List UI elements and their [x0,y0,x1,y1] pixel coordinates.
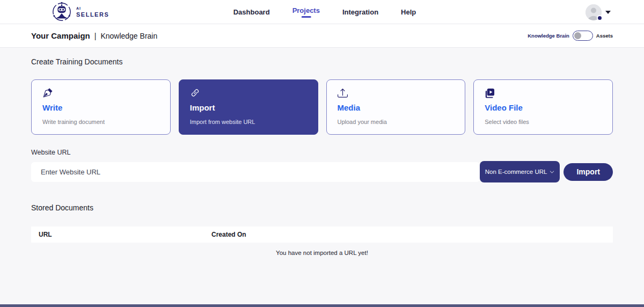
separator: | [94,32,97,40]
main-nav: Dashboard Projects Integration Help [233,0,416,24]
website-url-label: Website URL [31,149,613,156]
card-media[interactable]: Media Upload your media [326,79,466,135]
card-write[interactable]: Write Write training document [31,79,171,135]
avatar[interactable] [586,4,602,20]
status-dot [597,15,603,21]
card-title: Import [190,103,307,112]
nav-label: Help [401,8,416,16]
card-subtitle: Upload your media [338,119,455,125]
toggle-knob [574,32,581,39]
pen-icon [42,88,53,98]
card-subtitle: Import from website URL [190,119,307,125]
column-header-created-on: Created On [211,231,605,238]
nav-item-dashboard[interactable]: Dashboard [233,8,270,16]
link-icon [190,88,200,98]
app-root: AI SELLERS Dashboard Projects Integratio… [0,0,644,307]
card-title: Write [42,103,159,112]
card-title: Media [338,103,455,112]
import-button[interactable]: Import [564,163,613,181]
nav-label: Projects [292,6,320,14]
video-play-icon [485,88,495,98]
robot-logo-icon [52,2,72,22]
card-subtitle: Write training document [42,119,159,125]
url-type-selected-value: Non E-commerce URL [485,169,547,175]
brand-name: AI SELLERS [76,6,109,18]
toggle-label-knowledge-brain: Knowledge Brain [528,33,569,39]
top-header: AI SELLERS Dashboard Projects Integratio… [0,0,644,24]
stored-documents-table-header: URL Created On [31,226,613,243]
card-title: Video File [485,103,602,112]
campaign-title: Your Campaign [31,31,90,40]
card-import[interactable]: Import Import from website URL [179,79,318,135]
stored-documents-heading: Stored Documents [31,203,613,212]
main-content: Create Training Documents Write Write tr… [0,48,644,256]
brand-line1: AI [76,6,109,10]
website-url-input[interactable] [31,162,480,182]
chevron-down-icon [550,170,554,174]
nav-item-help[interactable]: Help [401,8,416,16]
active-underline [301,16,311,18]
user-menu[interactable] [586,0,611,24]
breadcrumb: Your Campaign | Knowledge Brain [31,31,157,40]
footer-accent-bar [0,304,644,307]
empty-state-message: You have not imported a URL yet! [31,250,613,256]
url-type-select[interactable]: Non E-commerce URL [480,161,560,182]
card-video-file[interactable]: Video File Select video files [473,79,613,135]
page-subheader: Your Campaign | Knowledge Brain Knowledg… [0,24,644,48]
mode-toggle-group: Knowledge Brain Assets [528,31,613,41]
chevron-down-icon[interactable] [605,11,611,14]
mode-toggle-switch[interactable] [573,31,593,41]
upload-icon [338,88,348,98]
card-subtitle: Select video files [485,119,602,125]
brand-line2: SELLERS [76,12,109,18]
url-import-form: Non E-commerce URL Import [31,161,613,182]
nav-label: Integration [342,8,378,16]
toggle-label-assets: Assets [596,33,613,39]
create-documents-heading: Create Training Documents [31,57,613,66]
nav-item-integration[interactable]: Integration [342,8,378,16]
column-header-url: URL [39,231,211,238]
training-source-cards: Write Write training document Import Imp… [31,79,613,135]
nav-label: Dashboard [233,8,270,16]
nav-item-projects[interactable]: Projects [292,6,320,18]
brand-logo-group[interactable]: AI SELLERS [52,2,109,22]
section-title: Knowledge Brain [100,32,157,40]
